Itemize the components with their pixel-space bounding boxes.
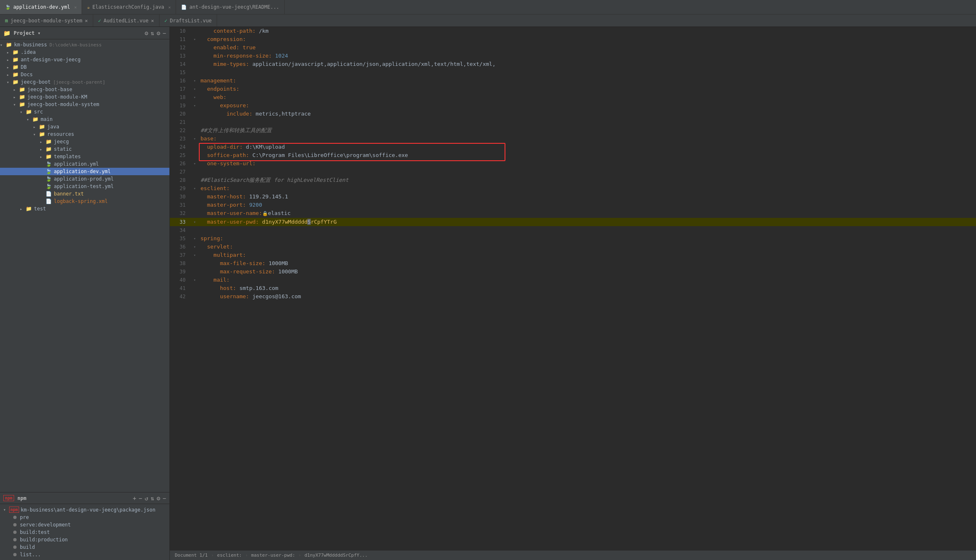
tree-item-logback-xml[interactable]: ▸ 📄 logback-spring.xml — [0, 198, 169, 205]
fold-arrow[interactable]: ▾ — [193, 101, 196, 110]
npm-script-pre[interactable]: pre — [0, 514, 169, 521]
tree-item-application-prod-yml[interactable]: ▸ 🍃 application-prod.yml — [0, 175, 169, 183]
code-line-29: 29 ▾ esclient: — [170, 184, 976, 193]
tree-item-java[interactable]: ▸ 📁 java — [0, 123, 169, 130]
line-content: host: smtp.163.com — [199, 284, 976, 292]
fold-arrow[interactable]: ▾ — [193, 251, 196, 259]
refresh-icon[interactable]: ↺ — [145, 495, 148, 502]
line-number: 16 — [170, 77, 191, 85]
line-number: 13 — [170, 52, 191, 60]
line-number: 38 — [170, 259, 191, 268]
line-gutter: ▾ — [191, 35, 199, 43]
tree-item-idea[interactable]: ▸ 📁 .idea — [0, 48, 169, 56]
line-number: 23 — [170, 135, 191, 143]
tree-item-application-yml[interactable]: ▸ 🍃 application.yml — [0, 160, 169, 168]
sidebar-title: Project ▾ — [14, 30, 141, 36]
npm-package-label: km-business\ant-design-vue-jeecg\package… — [21, 507, 155, 513]
tab2-jeecg-boot[interactable]: m jeecg-boot-module-system ✕ — [0, 14, 93, 27]
expand-arrow: ▾ — [3, 507, 9, 512]
tree-item-static[interactable]: ▸ 📁 static — [0, 145, 169, 153]
tree-item-main[interactable]: ▾ 📁 main — [0, 116, 169, 123]
fold-arrow[interactable]: ▾ — [193, 85, 196, 93]
tree-item-jeecg-boot[interactable]: ▾ 📁 jeecg-boot [jeecg-boot-parent] — [0, 78, 169, 86]
line-content: include: metrics,httptrace — [199, 110, 976, 118]
expand-arrow: ▸ — [40, 147, 46, 152]
fold-arrow[interactable]: ▾ — [193, 135, 196, 143]
npm-script-build[interactable]: build — [0, 543, 169, 551]
tab2-audited[interactable]: ✓ AuditedList.vue ✕ — [93, 14, 159, 27]
line-number: 34 — [170, 226, 191, 234]
code-line-24: 24 upload-dir: d:\KM\upload — [170, 143, 976, 151]
tab-elasticsearch-java[interactable]: ☕ ElasticsearchConfig.java ✕ — [82, 0, 176, 14]
tree-label: resources — [47, 131, 74, 137]
tree-item-templates[interactable]: ▸ 📁 templates — [0, 153, 169, 160]
tree-item-application-dev-yml[interactable]: ▸ 🍃 application-dev.yml — [0, 168, 169, 175]
fold-arrow[interactable]: ▾ — [193, 35, 196, 43]
npm-root-item[interactable]: ▾ npm km-business\ant-design-vue-jeecg\p… — [0, 506, 169, 514]
tree-item-km-business[interactable]: ▾ 📁 km-business D:\code\km-business — [0, 41, 169, 48]
main-area: 📁 Project ▾ ⚙ ⇅ ⚙ − ▾ 📁 km-business D:\c… — [0, 27, 976, 560]
tab-close-btn[interactable]: ✕ — [168, 5, 171, 10]
file-icon: 📄 — [181, 5, 187, 10]
code-editor[interactable]: 10 context-path: /km 11 ▾ compression: 1… — [170, 27, 976, 550]
add-icon[interactable]: + — [133, 495, 136, 502]
npm-script-list[interactable]: list... — [0, 551, 169, 558]
line-number: 22 — [170, 126, 191, 135]
line-number: 11 — [170, 35, 191, 43]
npm-file-icon: npm — [9, 507, 19, 513]
tree-item-docs[interactable]: ▸ 📁 Docs — [0, 71, 169, 78]
tree-item-src[interactable]: ▾ 📁 src — [0, 108, 169, 116]
tab2-close-btn[interactable]: ✕ — [151, 18, 154, 24]
line-content: username: jeecgos@163.com — [199, 292, 976, 301]
tree-item-jeecg[interactable]: ▸ 📁 jeecg — [0, 138, 169, 145]
remove-icon[interactable]: − — [139, 495, 142, 502]
tree-item-banner-txt[interactable]: ▸ 📄 banner.txt — [0, 190, 169, 198]
npm-script-serve[interactable]: serve:development — [0, 521, 169, 529]
tree-item-jeecg-boot-module-system[interactable]: ▾ 📁 jeecg-boot-module-system — [0, 101, 169, 108]
fold-arrow[interactable]: ▾ — [193, 234, 196, 243]
fold-arrow[interactable]: ▾ — [193, 159, 196, 168]
fold-arrow[interactable]: ▾ — [193, 184, 196, 193]
fold-arrow[interactable]: ▾ — [193, 93, 196, 101]
tree-item-ant-design[interactable]: ▸ 📁 ant-design-vue-jeecg — [0, 56, 169, 63]
line-content: servlet: — [199, 243, 976, 251]
fold-arrow[interactable]: ▾ — [193, 77, 196, 85]
code-line-23: 23 ▾ base: — [170, 135, 976, 143]
line-number: 39 — [170, 268, 191, 276]
npm-minus-icon[interactable]: − — [163, 495, 166, 502]
npm-script-build-test[interactable]: build:test — [0, 529, 169, 536]
line-number: 27 — [170, 168, 191, 176]
code-line-35: 35 ▾ spring: — [170, 234, 976, 243]
npm-script-label: build:test — [20, 529, 50, 535]
expand-arrow: ▾ — [0, 43, 6, 47]
tab-close-btn[interactable]: ✕ — [74, 5, 77, 10]
minus-icon[interactable]: − — [163, 30, 166, 36]
tree-item-application-test-yml[interactable]: ▸ 🍃 application-test.yml — [0, 183, 169, 190]
expand-arrow: ▸ — [7, 58, 12, 62]
tree-item-db[interactable]: ▸ 📁 DB — [0, 63, 169, 71]
tree-item-jeecg-boot-module-km[interactable]: ▸ 📁 jeecg-boot-module-KM — [0, 93, 169, 101]
tab2-drafts[interactable]: ✓ DraftsList.vue — [159, 14, 217, 27]
fold-arrow[interactable]: ▾ — [193, 276, 196, 284]
fold-arrow[interactable]: ▾ — [193, 243, 196, 251]
line-content: esclient: — [199, 184, 976, 193]
settings-icon[interactable]: ⚙ — [145, 30, 148, 36]
tree-item-resources[interactable]: ▾ 📁 resources — [0, 130, 169, 138]
npm-badge-icon: npm — [3, 495, 14, 501]
tab-app-dev-yml[interactable]: 🍃 application-dev.yml ✕ — [0, 0, 82, 14]
tree-item-jeecg-boot-base[interactable]: ▸ 📁 jeecg-boot-base — [0, 86, 169, 93]
code-line-27: 27 — [170, 168, 976, 176]
layout-icon[interactable]: ⇅ — [151, 30, 154, 36]
code-line-21: 21 — [170, 118, 976, 126]
npm-settings-icon[interactable]: ⇅ — [151, 495, 154, 502]
gear-icon[interactable]: ⚙ — [157, 30, 160, 36]
tree-item-test[interactable]: ▸ 📁 test — [0, 205, 169, 212]
fold-arrow[interactable]: ▾ — [193, 218, 196, 226]
xml-file-icon: 📄 — [46, 198, 52, 204]
npm-gear-icon[interactable]: ⚙ — [157, 495, 160, 502]
npm-script-build-prod[interactable]: build:production — [0, 536, 169, 543]
line-number: 14 — [170, 60, 191, 68]
tab-label: ant-design-vue-jeecg\README... — [189, 4, 279, 10]
tab-ant-readme[interactable]: 📄 ant-design-vue-jeecg\README... — [176, 0, 285, 14]
tab2-close-btn[interactable]: ✕ — [85, 18, 88, 24]
